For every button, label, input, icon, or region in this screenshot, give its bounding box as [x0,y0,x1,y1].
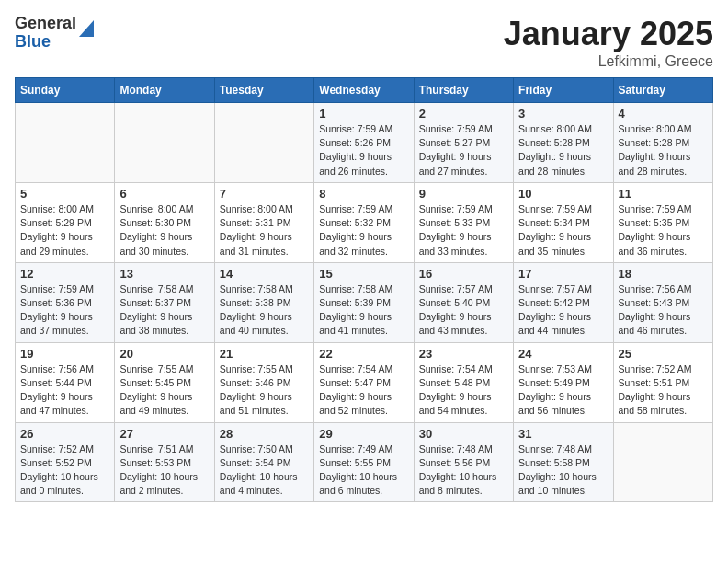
calendar-cell: 8Sunrise: 7:59 AM Sunset: 5:32 PM Daylig… [314,182,414,262]
calendar-cell [613,422,712,502]
day-number: 17 [518,267,608,281]
logo-blue-text: Blue [15,33,76,52]
day-info: Sunrise: 7:55 AM Sunset: 5:45 PM Dayligh… [119,362,209,419]
day-header-tuesday: Tuesday [214,78,313,103]
day-info: Sunrise: 7:59 AM Sunset: 5:34 PM Dayligh… [518,202,608,259]
day-info: Sunrise: 8:00 AM Sunset: 5:28 PM Dayligh… [619,122,708,178]
day-number: 3 [518,107,608,121]
calendar-cell: 15Sunrise: 7:58 AM Sunset: 5:39 PM Dayli… [314,262,414,342]
day-number: 21 [220,347,309,361]
day-number: 13 [119,267,209,281]
location: Lefkimmi, Greece [504,53,713,70]
page-header: General Blue January 2025 Lefkimmi, Gree… [15,15,713,70]
calendar-cell: 27Sunrise: 7:51 AM Sunset: 5:53 PM Dayli… [115,422,214,502]
day-info: Sunrise: 8:00 AM Sunset: 5:30 PM Dayligh… [119,202,209,259]
calendar-cell: 23Sunrise: 7:54 AM Sunset: 5:48 PM Dayli… [414,342,513,422]
day-number: 25 [619,347,708,361]
day-info: Sunrise: 7:56 AM Sunset: 5:44 PM Dayligh… [20,362,109,419]
day-info: Sunrise: 7:48 AM Sunset: 5:58 PM Dayligh… [518,442,608,499]
day-number: 7 [220,187,309,201]
calendar-table: SundayMondayTuesdayWednesdayThursdayFrid… [15,77,713,502]
calendar-week-row: 26Sunrise: 7:52 AM Sunset: 5:52 PM Dayli… [16,422,713,502]
calendar-cell [16,103,115,183]
calendar-week-row: 5Sunrise: 8:00 AM Sunset: 5:29 PM Daylig… [16,182,713,262]
day-info: Sunrise: 7:59 AM Sunset: 5:33 PM Dayligh… [419,202,508,259]
calendar-cell: 29Sunrise: 7:49 AM Sunset: 5:55 PM Dayli… [314,422,414,502]
logo-icon [79,17,94,37]
calendar-cell: 1Sunrise: 7:59 AM Sunset: 5:26 PM Daylig… [314,103,414,183]
calendar-cell: 16Sunrise: 7:57 AM Sunset: 5:40 PM Dayli… [414,262,513,342]
day-info: Sunrise: 7:59 AM Sunset: 5:36 PM Dayligh… [20,282,109,339]
calendar-cell: 17Sunrise: 7:57 AM Sunset: 5:42 PM Dayli… [514,262,613,342]
day-number: 12 [20,267,109,281]
calendar-cell: 30Sunrise: 7:48 AM Sunset: 5:56 PM Dayli… [414,422,513,502]
day-info: Sunrise: 7:58 AM Sunset: 5:37 PM Dayligh… [119,282,209,339]
calendar-cell: 18Sunrise: 7:56 AM Sunset: 5:43 PM Dayli… [613,262,712,342]
day-number: 15 [319,267,408,281]
day-number: 4 [619,107,708,121]
day-number: 20 [119,347,209,361]
day-number: 22 [319,347,408,361]
day-info: Sunrise: 7:52 AM Sunset: 5:51 PM Dayligh… [619,362,708,419]
day-info: Sunrise: 7:59 AM Sunset: 5:32 PM Dayligh… [319,202,408,259]
logo-general-text: General [15,15,76,33]
calendar-cell: 6Sunrise: 8:00 AM Sunset: 5:30 PM Daylig… [115,182,214,262]
day-number: 10 [518,187,608,201]
calendar-cell: 25Sunrise: 7:52 AM Sunset: 5:51 PM Dayli… [613,342,712,422]
day-number: 16 [419,267,508,281]
calendar-cell: 24Sunrise: 7:53 AM Sunset: 5:49 PM Dayli… [514,342,613,422]
calendar-cell: 7Sunrise: 8:00 AM Sunset: 5:31 PM Daylig… [214,182,313,262]
calendar-cell: 12Sunrise: 7:59 AM Sunset: 5:36 PM Dayli… [16,262,115,342]
day-info: Sunrise: 7:49 AM Sunset: 5:55 PM Dayligh… [319,442,408,499]
day-header-sunday: Sunday [16,78,115,103]
calendar-cell: 14Sunrise: 7:58 AM Sunset: 5:38 PM Dayli… [214,262,313,342]
day-number: 23 [419,347,508,361]
day-number: 6 [119,187,209,201]
day-number: 31 [518,427,608,441]
day-info: Sunrise: 7:58 AM Sunset: 5:38 PM Dayligh… [220,282,309,339]
day-info: Sunrise: 7:52 AM Sunset: 5:52 PM Dayligh… [20,442,109,499]
calendar-cell: 11Sunrise: 7:59 AM Sunset: 5:35 PM Dayli… [613,182,712,262]
svg-marker-0 [79,20,94,37]
day-header-friday: Friday [514,78,613,103]
day-info: Sunrise: 7:59 AM Sunset: 5:27 PM Dayligh… [419,122,508,178]
day-header-thursday: Thursday [414,78,513,103]
day-number: 27 [119,427,209,441]
day-info: Sunrise: 7:51 AM Sunset: 5:53 PM Dayligh… [119,442,209,499]
day-number: 30 [419,427,508,441]
day-info: Sunrise: 7:58 AM Sunset: 5:39 PM Dayligh… [319,282,408,339]
day-number: 26 [20,427,109,441]
day-info: Sunrise: 7:48 AM Sunset: 5:56 PM Dayligh… [419,442,508,499]
day-number: 29 [319,427,408,441]
day-info: Sunrise: 7:57 AM Sunset: 5:40 PM Dayligh… [419,282,508,339]
day-number: 28 [220,427,309,441]
day-info: Sunrise: 7:53 AM Sunset: 5:49 PM Dayligh… [518,362,608,419]
calendar-cell: 4Sunrise: 8:00 AM Sunset: 5:28 PM Daylig… [613,103,712,183]
day-number: 8 [319,187,408,201]
calendar-cell: 9Sunrise: 7:59 AM Sunset: 5:33 PM Daylig… [414,182,513,262]
day-info: Sunrise: 7:59 AM Sunset: 5:35 PM Dayligh… [619,202,708,259]
calendar-cell: 3Sunrise: 8:00 AM Sunset: 5:28 PM Daylig… [514,103,613,183]
day-number: 24 [518,347,608,361]
day-number: 5 [20,187,109,201]
calendar-cell: 31Sunrise: 7:48 AM Sunset: 5:58 PM Dayli… [514,422,613,502]
day-info: Sunrise: 8:00 AM Sunset: 5:29 PM Dayligh… [20,202,109,259]
calendar-cell: 20Sunrise: 7:55 AM Sunset: 5:45 PM Dayli… [115,342,214,422]
calendar-cell: 22Sunrise: 7:54 AM Sunset: 5:47 PM Dayli… [314,342,414,422]
day-number: 2 [419,107,508,121]
day-header-wednesday: Wednesday [314,78,414,103]
calendar-week-row: 1Sunrise: 7:59 AM Sunset: 5:26 PM Daylig… [16,103,713,183]
day-info: Sunrise: 7:54 AM Sunset: 5:47 PM Dayligh… [319,362,408,419]
calendar-cell: 19Sunrise: 7:56 AM Sunset: 5:44 PM Dayli… [16,342,115,422]
calendar-cell: 21Sunrise: 7:55 AM Sunset: 5:46 PM Dayli… [214,342,313,422]
day-number: 1 [319,107,408,121]
calendar-header-row: SundayMondayTuesdayWednesdayThursdayFrid… [16,78,713,103]
calendar-cell [115,103,214,183]
month-title: January 2025 [504,15,713,53]
day-info: Sunrise: 7:56 AM Sunset: 5:43 PM Dayligh… [619,282,708,339]
day-header-monday: Monday [115,78,214,103]
calendar-cell: 5Sunrise: 8:00 AM Sunset: 5:29 PM Daylig… [16,182,115,262]
calendar-cell: 28Sunrise: 7:50 AM Sunset: 5:54 PM Dayli… [214,422,313,502]
day-number: 19 [20,347,109,361]
day-number: 14 [220,267,309,281]
